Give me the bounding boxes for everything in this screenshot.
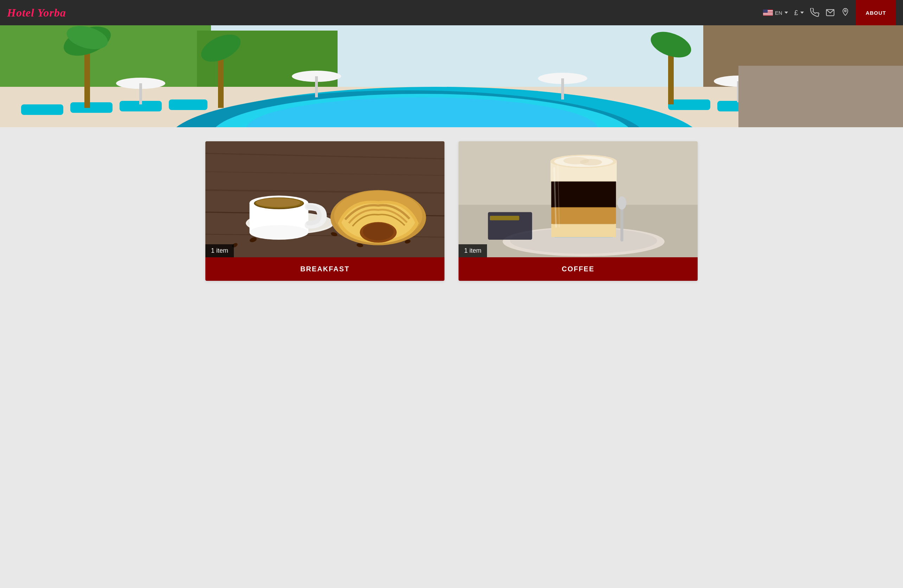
- site-logo[interactable]: Hotel Yorba: [7, 6, 66, 19]
- breakfast-item-count: 1 item: [205, 244, 234, 257]
- breakfast-card: 1 item BREAKFAST: [205, 141, 444, 281]
- svg-rect-67: [551, 224, 616, 237]
- svg-point-1: [844, 10, 846, 12]
- svg-point-46: [250, 225, 308, 240]
- header-controls: EN £ ABOUT: [763, 0, 896, 25]
- svg-rect-34: [738, 59, 903, 127]
- lang-label: EN: [775, 10, 782, 16]
- currency-label: £: [794, 9, 798, 17]
- main-content: 1 item BREAKFAST: [0, 127, 903, 302]
- breakfast-button[interactable]: BREAKFAST: [205, 257, 444, 281]
- svg-rect-66: [551, 207, 616, 224]
- main-header: Hotel Yorba EN £ ABOUT: [0, 0, 903, 25]
- svg-rect-78: [490, 216, 519, 220]
- svg-rect-31: [561, 78, 564, 99]
- svg-rect-29: [315, 76, 318, 97]
- svg-point-76: [617, 196, 626, 210]
- svg-point-49: [256, 198, 300, 207]
- cards-grid: 1 item BREAKFAST: [205, 141, 698, 281]
- coffee-button[interactable]: COFFEE: [459, 257, 698, 281]
- email-button[interactable]: [826, 8, 835, 17]
- svg-point-58: [363, 223, 394, 240]
- breakfast-image: [205, 141, 444, 257]
- about-button[interactable]: ABOUT: [856, 0, 896, 25]
- coffee-card: 1 item COFFEE: [459, 141, 698, 281]
- currency-selector[interactable]: £: [794, 9, 804, 17]
- svg-rect-27: [139, 83, 142, 104]
- flag-icon: [763, 9, 773, 16]
- svg-point-71: [580, 159, 602, 166]
- language-selector[interactable]: EN: [763, 9, 788, 16]
- svg-rect-15: [668, 99, 710, 110]
- svg-rect-14: [169, 99, 208, 110]
- phone-button[interactable]: [810, 8, 819, 17]
- coffee-item-count: 1 item: [459, 244, 487, 257]
- hero-banner: [0, 25, 903, 127]
- svg-rect-12: [70, 102, 113, 113]
- currency-chevron-icon: [800, 12, 804, 14]
- svg-rect-35: [738, 55, 903, 66]
- breakfast-image-wrapper: 1 item: [205, 141, 444, 257]
- svg-rect-75: [620, 205, 623, 242]
- svg-rect-11: [21, 104, 63, 115]
- coffee-image: [459, 141, 698, 257]
- coffee-image-wrapper: 1 item: [459, 141, 698, 257]
- lang-chevron-icon: [785, 12, 788, 14]
- location-button[interactable]: [841, 8, 850, 17]
- svg-rect-65: [551, 182, 616, 207]
